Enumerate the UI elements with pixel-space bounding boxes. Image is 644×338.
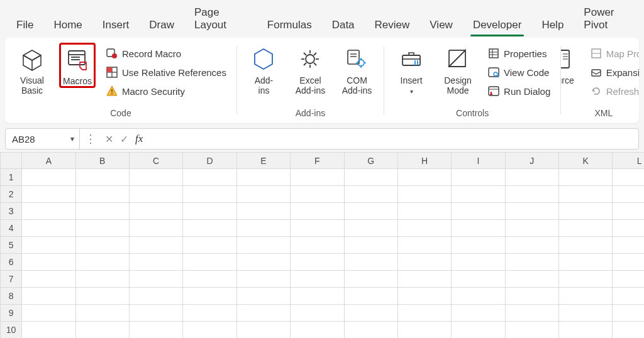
cell[interactable] — [129, 305, 182, 322]
cell[interactable] — [559, 305, 613, 322]
cell[interactable] — [75, 186, 129, 203]
tab-file[interactable]: File — [6, 14, 43, 38]
cell[interactable] — [75, 271, 129, 288]
cell[interactable] — [291, 254, 344, 271]
cell[interactable] — [505, 237, 558, 254]
cell[interactable] — [344, 220, 397, 237]
cell[interactable] — [344, 305, 397, 322]
cell[interactable] — [452, 169, 505, 186]
cell[interactable] — [183, 271, 236, 288]
cell[interactable] — [22, 288, 75, 305]
cell[interactable] — [183, 169, 236, 186]
cell[interactable] — [505, 203, 558, 220]
row-header[interactable]: 5 — [1, 237, 22, 254]
source-button[interactable]: Source — [561, 43, 580, 85]
col-header[interactable]: D — [183, 153, 236, 169]
cell[interactable] — [75, 203, 129, 220]
cell[interactable] — [236, 288, 290, 305]
cell[interactable] — [559, 186, 613, 203]
row-header[interactable]: 4 — [1, 220, 22, 237]
cell[interactable] — [559, 254, 613, 271]
cell[interactable] — [291, 237, 344, 254]
cell[interactable] — [505, 322, 558, 339]
col-header[interactable]: I — [452, 153, 505, 169]
tab-formulas[interactable]: Formulas — [257, 14, 322, 38]
cell[interactable] — [613, 237, 644, 254]
cell[interactable] — [344, 288, 397, 305]
col-header[interactable]: A — [22, 153, 75, 169]
cell[interactable] — [452, 254, 505, 271]
cell[interactable] — [291, 186, 344, 203]
cell[interactable] — [344, 254, 397, 271]
cell[interactable] — [22, 220, 75, 237]
tab-review[interactable]: Review — [365, 14, 420, 38]
cell[interactable] — [183, 186, 236, 203]
cell[interactable] — [452, 220, 505, 237]
cancel-icon[interactable]: ✕ — [101, 133, 116, 145]
col-header[interactable]: B — [75, 153, 129, 169]
cell[interactable] — [613, 271, 644, 288]
row-header[interactable]: 10 — [1, 322, 22, 339]
excel-addins-button[interactable]: Excel Add-ins — [291, 43, 330, 95]
cell[interactable] — [236, 322, 290, 339]
enter-icon[interactable]: ✓ — [116, 133, 131, 145]
select-all-corner[interactable] — [1, 153, 22, 169]
properties-button[interactable]: Properties — [485, 45, 553, 62]
cell[interactable] — [75, 288, 129, 305]
cell[interactable] — [344, 203, 397, 220]
cell[interactable] — [397, 169, 451, 186]
cell[interactable] — [129, 254, 182, 271]
cell[interactable] — [613, 322, 644, 339]
cell[interactable] — [129, 203, 182, 220]
cell[interactable] — [559, 288, 613, 305]
map-properties-button[interactable]: Map Properti — [587, 45, 639, 62]
addins-button[interactable]: Add- ins — [244, 43, 283, 95]
cell[interactable] — [129, 186, 182, 203]
macros-button[interactable]: Macros — [59, 43, 96, 88]
col-header[interactable]: F — [291, 153, 344, 169]
col-header[interactable]: C — [129, 153, 182, 169]
cell[interactable] — [129, 237, 182, 254]
design-mode-button[interactable]: Design Mode — [438, 43, 477, 95]
cell[interactable] — [183, 237, 236, 254]
cell[interactable] — [291, 305, 344, 322]
row-header[interactable]: 7 — [1, 271, 22, 288]
cell[interactable] — [613, 186, 644, 203]
cell[interactable] — [397, 305, 451, 322]
cell[interactable] — [559, 271, 613, 288]
cell[interactable] — [613, 169, 644, 186]
col-header[interactable]: K — [559, 153, 613, 169]
cell[interactable] — [291, 203, 344, 220]
cell[interactable] — [452, 203, 505, 220]
cell[interactable] — [22, 305, 75, 322]
cell[interactable] — [236, 169, 290, 186]
row-header[interactable]: 6 — [1, 254, 22, 271]
cell[interactable] — [344, 186, 397, 203]
cell[interactable] — [613, 305, 644, 322]
cell[interactable] — [397, 254, 451, 271]
tab-developer[interactable]: Developer — [463, 14, 532, 38]
cell[interactable] — [452, 305, 505, 322]
expansion-packs-button[interactable]: Expansion Pa — [587, 64, 639, 80]
cell[interactable] — [22, 271, 75, 288]
cell[interactable] — [75, 254, 129, 271]
cell[interactable] — [452, 322, 505, 339]
visual-basic-button[interactable]: Visual Basic — [13, 43, 52, 95]
cell[interactable] — [129, 169, 182, 186]
cell[interactable] — [236, 203, 290, 220]
cell[interactable] — [613, 220, 644, 237]
cell[interactable] — [344, 322, 397, 339]
cell[interactable] — [344, 271, 397, 288]
cell[interactable] — [397, 203, 451, 220]
cell[interactable] — [291, 288, 344, 305]
tab-data[interactable]: Data — [322, 14, 365, 38]
cell[interactable] — [129, 220, 182, 237]
use-relative-refs-button[interactable]: Use Relative References — [103, 64, 229, 80]
col-header[interactable]: J — [505, 153, 558, 169]
tab-insert[interactable]: Insert — [92, 14, 140, 38]
tab-power-pivot[interactable]: Power Pivot — [574, 1, 644, 38]
cell[interactable] — [129, 288, 182, 305]
cell[interactable] — [75, 220, 129, 237]
cell[interactable] — [452, 186, 505, 203]
view-code-button[interactable]: View Code — [485, 64, 553, 80]
